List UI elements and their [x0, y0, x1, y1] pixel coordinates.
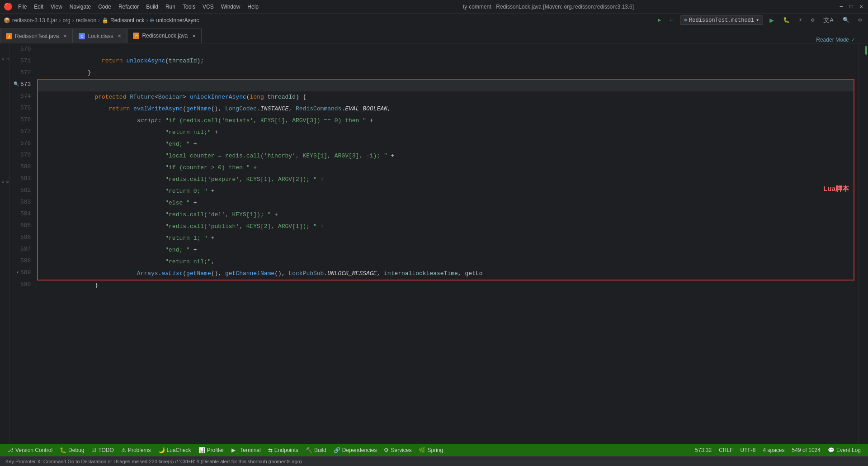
search-btn[interactable]: 🔍 — [840, 16, 852, 24]
problems-icon: ⚠ — [121, 447, 126, 453]
code-line-579: "if (counter > 0) then " + Lua脚本 — [38, 150, 854, 162]
minimize-button[interactable]: ─ — [838, 4, 844, 10]
terminal-icon: ▶_ — [231, 447, 239, 453]
tab-redissonlock[interactable]: 🔒 RedissonLock.java ✕ — [127, 29, 202, 43]
deps-icon: 🔗 — [334, 447, 340, 453]
nav-bar: 📦 redisson-3.13.6.jar › org › redisson ›… — [0, 14, 868, 27]
charset[interactable]: UTF-8 — [737, 447, 760, 453]
status-problems[interactable]: ⚠ Problems — [118, 444, 155, 456]
event-log[interactable]: 💬 Event Log — [824, 447, 864, 453]
debug-btn[interactable]: 🐛 — [780, 16, 793, 24]
status-endpoints[interactable]: ⇆ Endpoints — [264, 444, 302, 456]
menu-edit[interactable]: Edit — [34, 4, 43, 10]
breadcrumb-method[interactable]: ⊕ — [150, 17, 154, 24]
breadcrumb-org[interactable]: org — [62, 17, 70, 24]
coverage-btn[interactable]: ⚡ — [796, 16, 805, 24]
gutter-fold-icon: ▾ — [16, 267, 19, 279]
tab-close-2[interactable]: ✕ — [192, 33, 196, 38]
status-services[interactable]: ⚙ Services — [380, 444, 415, 456]
tab-close-0[interactable]: ✕ — [63, 33, 67, 38]
build-icon: 🔨 — [306, 447, 312, 453]
breadcrumb-method-name[interactable]: unlockInnerAsync — [156, 17, 199, 24]
luacheck-icon: 🌙 — [158, 447, 165, 453]
menu-bar: File Edit View Navigate Code Refactor Bu… — [18, 4, 259, 10]
menu-refactor[interactable]: Refactor — [118, 4, 139, 10]
tab-lockclass[interactable]: C Lock.class ✕ — [73, 29, 127, 43]
method-selector[interactable]: ⊕ RedissonTest.method1 ▾ — [680, 15, 764, 25]
code-lines: return unlockAsync(threadId); } protecte… — [34, 43, 858, 444]
breadcrumb-redissonlock[interactable]: RedissonLock — [110, 17, 144, 24]
editor-container: Proj Book 570 571 572 🔍 573 574 575 576 … — [0, 43, 868, 444]
cursor-position: 573:32 — [691, 447, 715, 453]
status-todo[interactable]: ☑ TODO — [88, 444, 117, 456]
tab-redissontest[interactable]: J RedissonTest.java ✕ — [0, 29, 73, 43]
window-title: ty-comment - RedissonLock.java [Maven: o… — [463, 4, 634, 10]
breadcrumb: 📦 redisson-3.13.6.jar › org › redisson ›… — [4, 17, 199, 24]
endpoints-icon: ⇆ — [268, 447, 273, 453]
menu-window[interactable]: Window — [221, 4, 241, 10]
method-highlight-box: protected RFuture<Boolean> unlockInnerAs… — [37, 79, 854, 281]
status-version-control[interactable]: ⎇ Version Control — [4, 444, 56, 456]
menu-file[interactable]: File — [18, 4, 27, 10]
app-logo: 🔴 — [4, 2, 13, 11]
tab-close-1[interactable]: ✕ — [118, 33, 121, 38]
maximize-button[interactable]: □ — [848, 4, 854, 10]
status-debug[interactable]: 🐛 Debug — [56, 444, 88, 456]
line-count: 549 of 1024 — [788, 447, 824, 453]
menu-tools[interactable]: Tools — [183, 4, 195, 10]
window-controls: ─ □ ✕ — [838, 4, 864, 10]
menu-vcs[interactable]: VCS — [203, 4, 214, 10]
project-icon[interactable]: Proj — [1, 45, 9, 72]
title-bar: 🔴 File Edit View Navigate Code Refactor … — [0, 0, 868, 14]
bookmarks-icon[interactable]: Book — [1, 164, 9, 200]
menu-navigate[interactable]: Navigate — [70, 4, 91, 10]
status-dependencies[interactable]: 🔗 Dependencies — [330, 444, 381, 456]
tabs-bar: J RedissonTest.java ✕ C Lock.class ✕ 🔒 R… — [0, 27, 868, 43]
profiler-icon: 📊 — [198, 447, 205, 453]
right-scrollbar[interactable] — [858, 43, 868, 444]
menu-code[interactable]: Code — [98, 4, 111, 10]
status-bar: ⎇ Version Control 🐛 Debug ☑ TODO ⚠ Probl… — [0, 444, 868, 456]
title-bar-left: 🔴 File Edit View Navigate Code Refactor … — [4, 2, 259, 11]
tab-lock-icon: 🔒 — [133, 33, 139, 39]
nav-back[interactable]: ← — [668, 16, 676, 24]
code-line-573: protected RFuture<Boolean> unlockInnerAs… — [38, 80, 854, 91]
nav-right: ▶ ← ⊕ RedissonTest.method1 ▾ ▶ 🐛 ⚡ ⚙ 文A … — [655, 15, 864, 26]
menu-help[interactable]: Help — [247, 4, 259, 10]
line-endings[interactable]: CRLF — [715, 447, 736, 453]
menu-run[interactable]: Run — [165, 4, 175, 10]
menu-build[interactable]: Build — [146, 4, 158, 10]
code-line-590 — [38, 281, 854, 292]
tab-class-icon: C — [79, 33, 85, 39]
run-green[interactable]: ▶ — [767, 15, 777, 26]
breadcrumb-jar[interactable]: redisson-3.13.6.jar — [12, 17, 57, 24]
menu-view[interactable]: View — [51, 4, 62, 10]
status-profiler[interactable]: 📊 Profiler — [195, 444, 228, 456]
status-terminal[interactable]: ▶_ Terminal — [228, 444, 264, 456]
settings2-btn[interactable]: ⚙ — [856, 16, 864, 24]
todo-icon: ☑ — [91, 447, 96, 453]
breadcrumb-redisson[interactable]: redisson — [76, 17, 96, 24]
settings-btn[interactable]: ⚙ — [808, 16, 817, 24]
branch-icon: ⎇ — [7, 447, 14, 453]
close-button[interactable]: ✕ — [858, 4, 864, 10]
translate-btn[interactable]: 文A — [821, 15, 836, 25]
reader-mode[interactable]: Reader Mode ✓ — [812, 37, 859, 43]
key-promoter-bar: Key Promoter X: Command Go to Declaratio… — [0, 456, 868, 466]
gutter-search-icon: 🔍 — [14, 79, 19, 90]
services-icon: ⚙ — [384, 447, 389, 453]
status-luacheck[interactable]: 🌙 LuaCheck — [155, 444, 195, 456]
tab-java-icon: J — [6, 33, 12, 39]
scroll-marker — [865, 46, 867, 55]
key-promoter-text: Key Promoter X: Command Go to Declaratio… — [5, 459, 302, 464]
status-build[interactable]: 🔨 Build — [302, 444, 330, 456]
breadcrumb-class[interactable]: 🔒 — [102, 17, 108, 24]
status-spring[interactable]: 🌿 Spring — [415, 444, 447, 456]
code-editor[interactable]: 570 571 572 🔍 573 574 575 576 577 578 57… — [10, 43, 858, 444]
line-numbers: 570 571 572 🔍 573 574 575 576 577 578 57… — [10, 43, 34, 444]
spring-icon: 🌿 — [419, 447, 425, 453]
indent[interactable]: 4 spaces — [760, 447, 788, 453]
debug-status-icon: 🐛 — [60, 447, 66, 453]
run-button[interactable]: ▶ — [655, 16, 664, 24]
status-right: 573:32 CRLF UTF-8 4 spaces 549 of 1024 💬… — [691, 447, 864, 453]
